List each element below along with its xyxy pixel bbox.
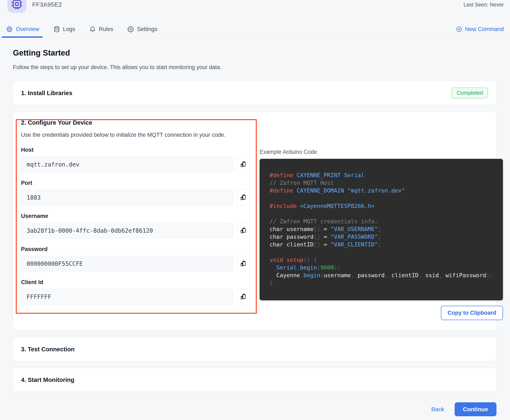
host-field-row: [21, 157, 250, 172]
status-badge: Completed: [452, 88, 488, 98]
port-label: Port: [21, 180, 250, 186]
tab-rules[interactable]: Rules: [89, 21, 113, 38]
step-start-monitoring[interactable]: 4. Start Monitoring: [13, 368, 496, 392]
page-description: Follow the steps to set up your device. …: [13, 64, 496, 71]
back-button[interactable]: Back: [431, 406, 444, 413]
copy-icon: [240, 227, 247, 234]
copy-host-button[interactable]: [236, 157, 250, 172]
step-description: Use the credentials provided below to in…: [21, 132, 250, 138]
password-label: Password: [21, 246, 250, 252]
cpu-icon: [6, 26, 13, 32]
step-title: 3. Test Connection: [21, 346, 75, 353]
footer-actions: Back Continue: [13, 402, 496, 420]
example-code-panel: Example Arduino Code #define CAYENNE_PRI…: [260, 119, 503, 320]
new-command-button[interactable]: New Command: [456, 26, 504, 32]
step-title: 2. Configure Your Device: [21, 119, 250, 126]
username-input[interactable]: [21, 223, 233, 239]
step-configure-device: 2. Configure Your Device Use the credent…: [13, 112, 496, 331]
gear-icon: [128, 26, 134, 32]
copy-icon: [240, 161, 247, 168]
copy-port-button[interactable]: [236, 190, 250, 205]
tab-overview[interactable]: Overview: [6, 21, 39, 38]
continue-button[interactable]: Continue: [455, 402, 496, 416]
username-label: Username: [21, 213, 250, 219]
device-avatar: [7, 0, 26, 13]
device-id: FF3A95E2: [32, 1, 62, 8]
credentials-panel: 2. Configure Your Device Use the credent…: [21, 119, 250, 320]
page-title: Getting Started: [13, 48, 496, 57]
topbar: FF3A95E2 Last Seen: Never: [0, 0, 510, 13]
host-label: Host: [21, 147, 250, 153]
client-id-field-row: [21, 289, 250, 305]
tab-label: Overview: [16, 26, 39, 32]
device-info: FF3A95E2: [7, 0, 62, 13]
port-field-row: [21, 190, 250, 205]
password-field-row: [21, 256, 250, 272]
copy-password-button[interactable]: [236, 256, 250, 272]
copy-icon: [240, 194, 247, 201]
step-title: 1. Install Libraries: [21, 90, 72, 97]
copy-icon: [240, 293, 247, 300]
chip-avatar-icon: [11, 0, 23, 10]
tab-logs[interactable]: Logs: [53, 21, 75, 38]
copy-username-button[interactable]: [236, 223, 250, 239]
plus-circle-icon: [456, 26, 462, 32]
tab-list: Overview Logs Rules Settings: [6, 21, 157, 38]
tab-settings[interactable]: Settings: [128, 21, 157, 38]
tab-label: Settings: [137, 26, 157, 32]
tab-label: Rules: [99, 26, 113, 32]
tab-bar: Overview Logs Rules Settings: [0, 21, 510, 38]
arduino-code: #define CAYENNE_PRINT Serial// Zafron MQ…: [260, 159, 503, 300]
client-id-input[interactable]: [21, 289, 233, 305]
bell-icon: [89, 26, 96, 32]
copy-to-clipboard-button[interactable]: Copy to Clipboard: [441, 306, 503, 320]
username-field-row: [21, 223, 250, 239]
new-command-label: New Command: [465, 26, 504, 32]
client-id-label: Client Id: [21, 279, 250, 285]
last-seen-status: Last Seen: Never: [464, 2, 504, 8]
host-input[interactable]: [21, 157, 233, 172]
database-icon: [53, 26, 60, 32]
password-input[interactable]: [21, 256, 233, 272]
code-title: Example Arduino Code: [260, 149, 503, 155]
copy-client-id-button[interactable]: [236, 289, 250, 305]
step-install-libraries[interactable]: 1. Install Libraries Completed: [13, 81, 496, 105]
main-content: Getting Started Follow the steps to set …: [0, 48, 510, 420]
step-title: 4. Start Monitoring: [21, 376, 74, 383]
tab-label: Logs: [63, 26, 75, 32]
step-test-connection[interactable]: 3. Test Connection: [13, 337, 496, 361]
port-input[interactable]: [21, 190, 233, 205]
copy-icon: [240, 260, 247, 267]
